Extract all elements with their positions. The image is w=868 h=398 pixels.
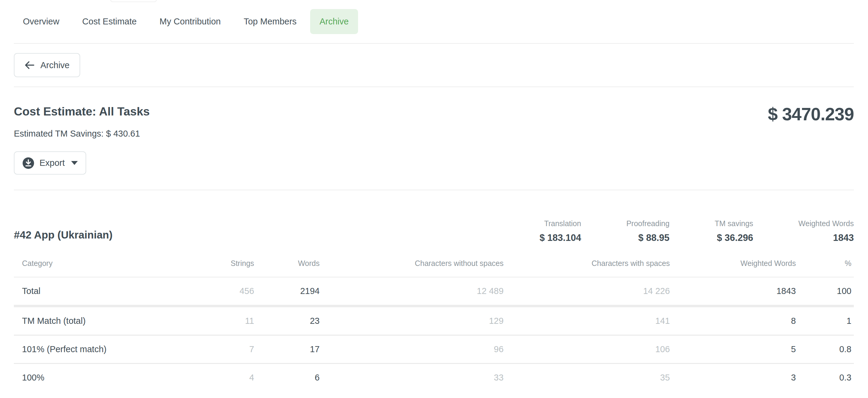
table-row: 100% 4 6 33 35 3 0.3 [14,364,854,392]
tab-overview[interactable]: Overview [13,9,69,34]
column-header-percent: % [796,252,854,277]
cell-category: TM Match (total) [14,306,183,335]
tab-my-contribution[interactable]: My Contribution [150,9,230,34]
cost-estimate-header: Cost Estimate: All Tasks Estimated TM Sa… [14,87,854,139]
stat-label: Weighted Words [798,219,854,228]
stat-proofreading: Proofreading $ 88.95 [626,219,670,243]
cell-words: 17 [254,335,319,364]
stat-tm-savings: TM savings $ 36.296 [715,219,753,243]
export-section: Export [14,151,854,190]
cost-breakdown-table: Category Strings Words Characters withou… [14,252,854,391]
download-icon [22,157,34,169]
back-section: Archive [14,44,854,87]
arrow-left-icon [24,61,35,69]
cell-words: 6 [254,364,319,392]
table-row: TM Match (total) 11 23 129 141 8 1 [14,306,854,335]
cell-strings: 11 [183,306,254,335]
cell-chars-without-spaces: 33 [319,364,503,392]
cell-chars-without-spaces: 96 [319,335,503,364]
cell-strings: 456 [183,277,254,306]
cell-chars-without-spaces: 129 [319,306,503,335]
tab-cost-estimate[interactable]: Cost Estimate [73,9,146,34]
table-row: Total 456 2194 12 489 14 226 1843 100 [14,277,854,306]
cell-percent: 1 [796,306,854,335]
cell-category: Total [14,277,183,306]
project-stats: Translation $ 183.104 Proofreading $ 88.… [539,219,854,243]
cell-percent: 0.8 [796,335,854,364]
column-header-category: Category [14,252,183,277]
cell-chars-with-spaces: 14 226 [504,277,670,306]
stat-value: $ 183.104 [539,233,581,243]
cell-weighted-words: 5 [670,335,796,364]
cell-words: 23 [254,306,319,335]
back-to-archive-button[interactable]: Archive [14,53,80,77]
cell-chars-without-spaces: 12 489 [319,277,503,306]
cell-percent: 0.3 [796,364,854,392]
tab-top-members[interactable]: Top Members [234,9,306,34]
stat-translation: Translation $ 183.104 [539,219,581,243]
chevron-down-icon [71,161,78,165]
cell-weighted-words: 1843 [670,277,796,306]
cell-weighted-words: 3 [670,364,796,392]
page-title: Cost Estimate: All Tasks [14,104,150,119]
cell-chars-with-spaces: 106 [504,335,670,364]
stat-value: $ 36.296 [715,233,753,243]
project-header: #42 App (Ukrainian) Translation $ 183.10… [14,219,854,243]
cell-category: 101% (Perfect match) [14,335,183,364]
column-header-chars-with-spaces: Characters with spaces [504,252,670,277]
column-header-weighted-words: Weighted Words [670,252,796,277]
project-title: #42 App (Ukrainian) [14,229,113,243]
column-header-strings: Strings [183,252,254,277]
table-row: 101% (Perfect match) 7 17 96 106 5 0.8 [14,335,854,364]
stat-weighted-words: Weighted Words 1843 [798,219,854,243]
cost-estimate-left: Cost Estimate: All Tasks Estimated TM Sa… [14,104,150,139]
tab-bar: Overview Cost Estimate My Contribution T… [14,0,854,44]
cell-weighted-words: 8 [670,306,796,335]
export-button[interactable]: Export [14,151,86,175]
tm-savings-subtitle: Estimated TM Savings: $ 430.61 [14,129,150,139]
cell-strings: 7 [183,335,254,364]
stat-label: Translation [539,219,581,228]
cell-category: 100% [14,364,183,392]
cell-chars-with-spaces: 35 [504,364,670,392]
stat-value: 1843 [798,233,854,243]
column-header-chars-without-spaces: Characters without spaces [319,252,503,277]
cell-percent: 100 [796,277,854,306]
stat-value: $ 88.95 [626,233,670,243]
table-header-row: Category Strings Words Characters withou… [14,252,854,277]
tab-archive[interactable]: Archive [310,9,358,34]
cell-chars-with-spaces: 141 [504,306,670,335]
back-button-label: Archive [40,60,70,70]
export-button-label: Export [39,158,65,168]
cell-strings: 4 [183,364,254,392]
stat-label: TM savings [715,219,753,228]
cell-words: 2194 [254,277,319,306]
grand-total-amount: $ 3470.239 [768,104,854,124]
column-header-words: Words [254,252,319,277]
stat-label: Proofreading [626,219,670,228]
